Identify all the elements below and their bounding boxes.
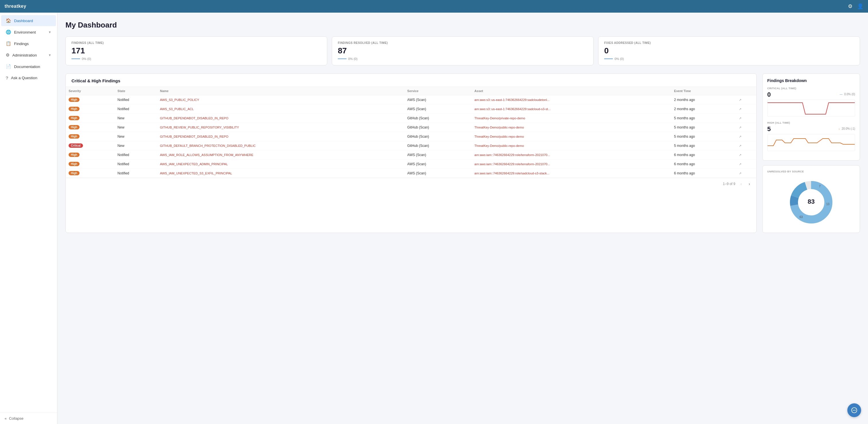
- cell-ext[interactable]: ↗: [736, 113, 756, 123]
- cell-state: New: [115, 141, 157, 150]
- asset-link[interactable]: ThreatKey-Demo/public-repo-demo: [474, 126, 524, 129]
- donut-title: UNRESOLVED BY SOURCE: [767, 170, 855, 173]
- pagination-prev[interactable]: ‹: [739, 181, 744, 187]
- trend-line-fixes: [604, 59, 613, 59]
- cell-ext[interactable]: ↗: [736, 160, 756, 169]
- table-row: High New GITHUB_DEPENDABOT_DISABLED_IN_R…: [66, 113, 756, 123]
- cell-name[interactable]: AWS_IAM_UNEXPECTED_S3_EXFIL_PRINCIPAL: [157, 169, 404, 178]
- collapse-button[interactable]: « Collapse: [5, 416, 53, 421]
- breakdown-critical: CRITICAL (ALL TIME) 0 — 0.0% (0): [767, 87, 855, 117]
- admin-icon: ⚙: [6, 53, 9, 58]
- summary-card-findings: FINDINGS (ALL TIME) 171 0% (0): [65, 36, 327, 65]
- settings-icon[interactable]: ⚙: [848, 3, 852, 9]
- cell-asset[interactable]: arn:aws:iam::746362664229:role/terraform…: [472, 150, 671, 160]
- asset-link[interactable]: ThreatKey-Demo/private-repo-demo: [474, 117, 525, 120]
- col-state: State: [115, 87, 157, 95]
- cell-name[interactable]: AWS_IAM_ROLE_ALLOWS_ASSUMPTION_FROM_ANYW…: [157, 150, 404, 160]
- asset-link[interactable]: ThreatKey-Demo/public-repo-demo: [474, 135, 524, 138]
- external-link-icon[interactable]: ↗: [739, 107, 741, 111]
- cell-asset[interactable]: arn:aws:iam::746362664229:role/terraform…: [472, 160, 671, 169]
- critical-chart: [767, 100, 855, 117]
- cell-event-time: 5 months ago: [671, 132, 736, 141]
- sidebar-item-ask-question[interactable]: ? Ask a Question: [1, 73, 56, 83]
- sidebar-item-label: Dashboard: [14, 19, 33, 23]
- donut-chart: 83 7 13 63: [767, 176, 855, 228]
- cell-name[interactable]: GITHUB_DEFAULT_BRANCH_PROTECTION_DISABLE…: [157, 141, 404, 150]
- donut-section: UNRESOLVED BY SOURCE: [763, 165, 860, 233]
- sidebar-item-documentation[interactable]: 📄 Documentation: [1, 61, 56, 72]
- external-link-icon[interactable]: ↗: [739, 135, 741, 138]
- high-label: HIGH (ALL TIME): [767, 121, 855, 124]
- cell-ext[interactable]: ↗: [736, 169, 756, 178]
- cell-ext[interactable]: ↗: [736, 141, 756, 150]
- cell-ext[interactable]: ↗: [736, 150, 756, 160]
- finding-name-link[interactable]: GITHUB_DEPENDABOT_DISABLED_IN_REPO: [160, 135, 228, 138]
- cell-asset[interactable]: arn:aws:s3::us-east-1:746362664229:sadcl…: [472, 104, 671, 113]
- col-severity: Severity: [66, 87, 115, 95]
- cell-service: AWS (Scan): [404, 104, 472, 113]
- finding-name-link[interactable]: GITHUB_DEPENDABOT_DISABLED_IN_REPO: [160, 117, 228, 120]
- external-link-icon[interactable]: ↗: [739, 98, 741, 102]
- cell-ext[interactable]: ↗: [736, 132, 756, 141]
- severity-badge: High: [69, 116, 80, 120]
- asset-link[interactable]: arn:aws:iam::746362664229:role/sadcloud-…: [474, 171, 549, 175]
- finding-name-link[interactable]: AWS_IAM_UNEXPECTED_ADMIN_PRINCIPAL: [160, 162, 228, 166]
- cell-ext[interactable]: ↗: [736, 95, 756, 104]
- asset-link[interactable]: ThreatKey-Demo/public-repo-demo: [474, 144, 524, 148]
- chevron-down-icon-admin: ▼: [48, 53, 51, 57]
- col-actions: [736, 87, 756, 95]
- cell-name[interactable]: AWS_S3_PUBLIC_POLICY: [157, 95, 404, 104]
- page-title: My Dashboard: [65, 21, 860, 30]
- user-icon[interactable]: 👤: [857, 3, 863, 9]
- finding-name-link[interactable]: AWS_IAM_UNEXPECTED_S3_EXFIL_PRINCIPAL: [160, 171, 232, 175]
- external-link-icon[interactable]: ↗: [739, 162, 741, 166]
- severity-badge: High: [69, 171, 80, 175]
- cell-asset[interactable]: ThreatKey-Demo/private-repo-demo: [472, 113, 671, 123]
- cell-state: Notified: [115, 95, 157, 104]
- cell-name[interactable]: GITHUB_DEPENDABOT_DISABLED_IN_REPO: [157, 132, 404, 141]
- finding-name-link[interactable]: GITHUB_REVIEW_PUBLIC_REPOSITORY_VISIBILI…: [160, 126, 239, 129]
- summary-value-fixes: 0: [604, 46, 854, 55]
- finding-name-link[interactable]: AWS_IAM_ROLE_ALLOWS_ASSUMPTION_FROM_ANYW…: [160, 153, 253, 157]
- finding-name-link[interactable]: AWS_S3_PUBLIC_POLICY: [160, 98, 199, 102]
- finding-name-link[interactable]: GITHUB_DEFAULT_BRANCH_PROTECTION_DISABLE…: [160, 144, 256, 148]
- sidebar-item-findings[interactable]: 📋 Findings: [1, 38, 56, 49]
- finding-name-link[interactable]: AWS_S3_PUBLIC_ACL: [160, 107, 194, 111]
- sidebar-item-environment[interactable]: 🌐 Environment ▼: [1, 27, 56, 38]
- pagination-next[interactable]: ›: [747, 181, 752, 187]
- external-link-icon[interactable]: ↗: [739, 126, 741, 129]
- right-panel: Findings Breakdown CRITICAL (ALL TIME) 0…: [763, 73, 860, 233]
- asset-link[interactable]: arn:aws:s3::us-east-1:746362664229:sadcl…: [474, 98, 550, 102]
- nav-icons: ⚙ 👤: [848, 3, 863, 9]
- external-link-icon[interactable]: ↗: [739, 117, 741, 120]
- cell-asset[interactable]: ThreatKey-Demo/public-repo-demo: [472, 141, 671, 150]
- col-service: Service: [404, 87, 472, 95]
- cell-ext[interactable]: ↗: [736, 104, 756, 113]
- sidebar-item-label: Ask a Question: [11, 76, 37, 80]
- assistant-button[interactable]: [847, 403, 861, 417]
- cell-name[interactable]: AWS_S3_PUBLIC_ACL: [157, 104, 404, 113]
- external-link-icon[interactable]: ↗: [739, 153, 741, 157]
- sidebar-item-dashboard[interactable]: 🏠 Dashboard: [1, 15, 56, 26]
- cell-severity: High: [66, 95, 115, 104]
- breakdown-title: Findings Breakdown: [767, 78, 855, 83]
- two-col-layout: Critical & High Findings Severity State …: [65, 73, 860, 233]
- cell-asset[interactable]: ThreatKey-Demo/public-repo-demo: [472, 123, 671, 132]
- cell-asset[interactable]: arn:aws:s3::us-east-1:746362664229:sadcl…: [472, 95, 671, 104]
- cell-name[interactable]: GITHUB_REVIEW_PUBLIC_REPOSITORY_VISIBILI…: [157, 123, 404, 132]
- external-link-icon[interactable]: ↗: [739, 171, 741, 175]
- cell-asset[interactable]: ThreatKey-Demo/public-repo-demo: [472, 132, 671, 141]
- external-link-icon[interactable]: ↗: [739, 144, 741, 148]
- sidebar-item-administration[interactable]: ⚙ Administration ▼: [1, 50, 56, 61]
- cell-name[interactable]: AWS_IAM_UNEXPECTED_ADMIN_PRINCIPAL: [157, 160, 404, 169]
- cell-asset[interactable]: arn:aws:iam::746362664229:role/sadcloud-…: [472, 169, 671, 178]
- cell-severity: High: [66, 169, 115, 178]
- sidebar-item-label: Environment: [14, 30, 36, 34]
- cell-name[interactable]: GITHUB_DEPENDABOT_DISABLED_IN_REPO: [157, 113, 404, 123]
- findings-header: Critical & High Findings: [66, 74, 756, 87]
- cell-ext[interactable]: ↗: [736, 123, 756, 132]
- asset-link[interactable]: arn:aws:iam::746362664229:role/terraform…: [474, 162, 550, 166]
- cell-service: GitHub (Scan): [404, 113, 472, 123]
- asset-link[interactable]: arn:aws:s3::us-east-1:746362664229:sadcl…: [474, 107, 551, 111]
- asset-link[interactable]: arn:aws:iam::746362664229:role/terraform…: [474, 153, 550, 157]
